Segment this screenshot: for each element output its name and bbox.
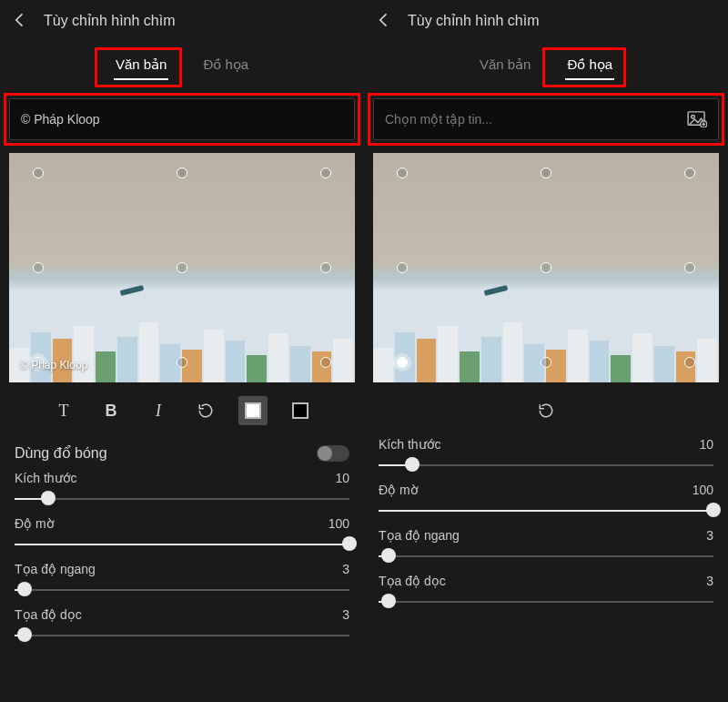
slider-x-track[interactable] — [379, 548, 713, 565]
shadow-label: Dùng đổ bóng — [15, 444, 107, 462]
slider-y: Tọa độ dọc3 — [379, 574, 713, 610]
format-toolbar: T B I — [9, 393, 355, 428]
slider-size-track[interactable] — [15, 491, 349, 507]
italic-button[interactable]: I — [144, 396, 173, 425]
slider-size-track[interactable] — [379, 457, 713, 473]
watermark-text-input[interactable]: © Pháp Kloop — [9, 98, 355, 140]
slider-opacity: Độ mờ100 — [15, 516, 349, 553]
anchor-bottom-center[interactable] — [541, 357, 551, 368]
anchor-mid-center[interactable] — [177, 262, 187, 273]
header: Tùy chỉnh hình chìm — [0, 0, 364, 40]
bold-button[interactable]: B — [96, 396, 126, 425]
file-picker-placeholder: Chọn một tập tin... — [385, 112, 492, 127]
back-arrow-icon[interactable] — [11, 11, 29, 29]
anchor-bottom-right[interactable] — [320, 357, 331, 368]
slider-y: Tọa độ dọc3 — [15, 607, 349, 644]
anchor-mid-center[interactable] — [541, 262, 551, 273]
anchor-top-right[interactable] — [684, 168, 695, 178]
sliders-left: Kích thước10 Độ mờ100 Tọa độ ngang3 Tọa … — [0, 471, 364, 644]
airplane-graphic — [120, 285, 145, 296]
anchor-mid-right[interactable] — [684, 262, 695, 273]
slider-x: Tọa độ ngang3 — [379, 528, 713, 565]
watermark-preview[interactable]: © Pháp Kloop — [9, 153, 355, 382]
svg-point-1 — [692, 116, 695, 119]
tabs: Văn bản Đồ họa — [364, 53, 728, 80]
shadow-toggle[interactable] — [317, 445, 349, 462]
watermark-preview[interactable] — [373, 153, 719, 382]
anchor-bottom-center[interactable] — [177, 357, 187, 368]
left-pane: Tùy chỉnh hình chìm Văn bản Đồ họa © Phá… — [0, 0, 364, 702]
slider-opacity-track[interactable] — [379, 503, 713, 519]
tab-graphic[interactable]: Đồ họa — [561, 53, 618, 80]
watermark-text-value: © Pháp Kloop — [21, 112, 100, 127]
file-picker-row: Chọn một tập tin... — [373, 98, 719, 140]
skyline-graphic — [9, 310, 355, 382]
anchor-mid-left[interactable] — [33, 262, 44, 273]
tab-text[interactable]: Văn bản — [474, 53, 537, 80]
right-pane: Tùy chỉnh hình chìm Văn bản Đồ họa Chọn … — [364, 0, 728, 702]
header: Tùy chỉnh hình chìm — [364, 0, 728, 40]
slider-size: Kích thước10 — [379, 437, 713, 473]
anchor-bottom-left[interactable] — [397, 357, 408, 368]
anchor-top-left[interactable] — [397, 168, 408, 178]
color-black-button[interactable] — [286, 396, 315, 425]
slider-x: Tọa độ ngang3 — [15, 562, 349, 598]
shadow-toggle-row: Dùng đổ bóng — [15, 444, 349, 462]
rotate-button[interactable] — [191, 396, 220, 425]
slider-opacity: Độ mờ100 — [379, 483, 713, 519]
anchor-bottom-right[interactable] — [684, 357, 695, 368]
slider-x-track[interactable] — [15, 582, 349, 598]
slider-opacity-track[interactable] — [15, 536, 349, 553]
rotate-button[interactable] — [531, 396, 561, 425]
slider-y-track[interactable] — [15, 627, 349, 644]
tabs: Văn bản Đồ họa — [0, 53, 364, 80]
back-arrow-icon[interactable] — [375, 11, 393, 29]
anchor-mid-left[interactable] — [397, 262, 408, 273]
anchor-top-center[interactable] — [541, 168, 551, 178]
anchor-top-center[interactable] — [177, 168, 187, 178]
add-image-icon — [687, 111, 707, 127]
tab-text[interactable]: Văn bản — [110, 53, 173, 80]
color-white-button[interactable] — [238, 396, 268, 425]
slider-y-track[interactable] — [379, 594, 713, 610]
file-picker[interactable]: Chọn một tập tin... — [373, 98, 719, 140]
anchor-top-right[interactable] — [320, 168, 331, 178]
anchor-top-left[interactable] — [33, 168, 44, 178]
format-toolbar — [373, 393, 719, 428]
anchor-mid-right[interactable] — [320, 262, 331, 273]
airplane-graphic — [484, 285, 509, 296]
watermark-text-row: © Pháp Kloop — [9, 98, 355, 140]
tab-graphic[interactable]: Đồ họa — [197, 53, 254, 80]
page-title: Tùy chỉnh hình chìm — [408, 12, 540, 29]
font-button[interactable]: T — [49, 396, 78, 425]
sliders-right: Kích thước10 Độ mờ100 Tọa độ ngang3 Tọa … — [364, 437, 728, 610]
slider-size: Kích thước10 — [15, 471, 349, 507]
page-title: Tùy chỉnh hình chìm — [44, 12, 176, 29]
skyline-graphic — [373, 310, 719, 382]
watermark-preview-text: © Pháp Kloop — [20, 359, 87, 371]
